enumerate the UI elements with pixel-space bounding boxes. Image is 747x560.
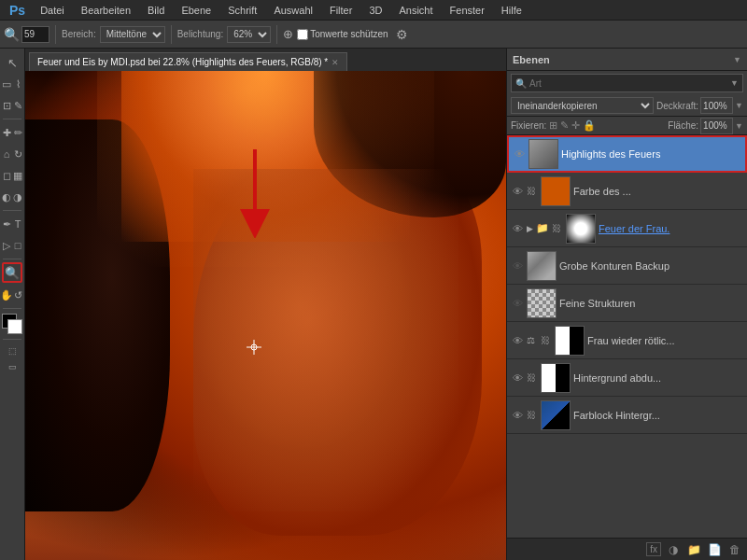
layer-visibility-farblock[interactable]: 👁 <box>511 409 524 422</box>
menu-3d[interactable]: 3D <box>361 3 389 18</box>
menu-bearbeiten[interactable]: Bearbeiten <box>74 3 138 18</box>
layer-visibility-frau[interactable]: 👁 <box>511 334 524 347</box>
lock-all-icon[interactable]: 🔒 <box>583 119 596 132</box>
fill-label: Fläche: <box>668 120 698 131</box>
layer-name-hintergrund: Hintergrund abdu... <box>573 372 743 384</box>
tool-pen[interactable]: ✒ <box>2 214 12 234</box>
layer-chain-farblock: ⛓ <box>527 410 538 420</box>
layer-item-feuer[interactable]: 👁 ▶ 📁 ⛓ Feuer der Frau. <box>507 210 747 247</box>
tool-history[interactable]: ↻ <box>13 144 23 164</box>
layer-visibility-hintergrund[interactable]: 👁 <box>511 371 524 385</box>
tool-rotate-view[interactable]: ↺ <box>13 285 23 305</box>
new-group-button[interactable]: 📁 <box>685 541 702 558</box>
tool-stamp[interactable]: ⌂ <box>2 144 12 164</box>
fill-arrow[interactable]: ▼ <box>735 121 743 131</box>
layer-item-farblock[interactable]: 👁 ⛓ Farblock Hintergr... <box>507 397 747 434</box>
menu-filter[interactable]: Filter <box>322 3 359 18</box>
document-tab[interactable]: Feuer und Eis by MDI.psd bei 22.8% (High… <box>29 52 347 71</box>
tab-close-button[interactable]: ✕ <box>331 58 339 67</box>
opacity-arrow[interactable]: ▼ <box>735 101 743 110</box>
layer-item-highlights[interactable]: 👁 Highlights des Feuers <box>507 135 747 173</box>
settings-icon[interactable]: ⚙ <box>396 27 408 42</box>
fill-control: Fläche: ▼ <box>668 118 743 134</box>
tool-hand[interactable]: ✋ <box>2 285 12 305</box>
menu-schrift[interactable]: Schrift <box>220 3 264 18</box>
layer-thumb-farblock <box>541 400 571 430</box>
bereich-select[interactable]: Mitteltöne <box>100 26 165 43</box>
layer-visibility-farbe[interactable]: 👁 <box>511 185 524 198</box>
opacity-input[interactable] <box>700 97 733 114</box>
layer-item-feine[interactable]: 👁 Feine Strukturen <box>507 285 747 322</box>
tool-marquee-lasso[interactable]: ⌇ <box>13 74 23 94</box>
tool-zoom[interactable]: 🔍 <box>2 262 22 283</box>
layer-visibility-highlights[interactable]: 👁 <box>513 147 526 161</box>
tool-marquee-rect[interactable]: ▭ <box>2 74 12 94</box>
layers-search-input[interactable] <box>529 78 727 89</box>
menu-ebene[interactable]: Ebene <box>174 3 218 18</box>
tool-move[interactable]: ↖ <box>2 52 22 73</box>
layer-chain-frau: ⛓ <box>541 335 552 345</box>
delete-layer-button[interactable]: 🗑 <box>726 541 743 558</box>
layer-name-feuer[interactable]: Feuer der Frau. <box>599 223 743 234</box>
belichtung-label: Belichtung: <box>177 29 223 39</box>
group-expand-feuer[interactable]: ▶ <box>527 224 533 233</box>
canvas-content[interactable] <box>25 71 506 560</box>
layer-item-hintergrund[interactable]: 👁 ⛓ Hintergrund abdu... <box>507 359 747 397</box>
layer-chain-hintergrund: ⛓ <box>527 372 538 383</box>
tool-crop[interactable]: ⊡ <box>2 95 12 116</box>
tool-dodge[interactable]: ◑ <box>13 187 23 207</box>
tool-size-input[interactable] <box>21 26 49 43</box>
fill-input[interactable] <box>700 118 733 134</box>
tool-eyedrop[interactable]: ✎ <box>13 95 23 116</box>
tool-path-select[interactable]: ▷ <box>2 235 12 256</box>
lock-icons: ⊞ ✎ ✛ 🔒 <box>549 119 596 132</box>
background-color[interactable] <box>7 319 22 334</box>
panel-collapse-icon[interactable]: ▼ <box>733 55 741 64</box>
options-divider-2 <box>171 25 172 44</box>
lock-pixel-icon[interactable]: ⊞ <box>549 119 557 132</box>
tool-type[interactable]: T <box>13 214 23 234</box>
new-layer-button[interactable]: 📄 <box>706 541 723 558</box>
layers-list[interactable]: 👁 Highlights des Feuers 👁 ⛓ Farbe des ..… <box>507 135 747 538</box>
search-icon: 🔍 <box>4 27 20 42</box>
menu-ansicht[interactable]: Ansicht <box>391 3 440 18</box>
menu-fenster[interactable]: Fenster <box>443 3 492 18</box>
layer-name-feine: Feine Strukturen <box>559 298 743 309</box>
tool-shape[interactable]: □ <box>13 235 23 256</box>
layer-item-farbe[interactable]: 👁 ⛓ Farbe des ... <box>507 173 747 210</box>
menu-bar: Ps Datei Bearbeiten Bild Ebene Schrift A… <box>0 0 747 21</box>
layer-item-frau[interactable]: 👁 ⚖ ⛓ Frau wieder rötlic... <box>507 322 747 359</box>
menu-auswahl[interactable]: Auswahl <box>266 3 320 18</box>
layers-filter-options[interactable]: ▼ <box>730 78 739 88</box>
tool-blur[interactable]: ◐ <box>2 187 12 207</box>
menu-bild[interactable]: Bild <box>140 3 172 18</box>
tool-quickmask[interactable]: ⬚ <box>2 343 22 359</box>
layer-thumb-feuer <box>566 214 596 244</box>
spray-icon[interactable]: ⊕ <box>283 27 293 41</box>
fx-button[interactable]: fx <box>646 542 661 556</box>
layer-name-highlights: Highlights des Feuers <box>561 148 741 160</box>
menu-hilfe[interactable]: Hilfe <box>494 3 529 18</box>
color-swatches[interactable] <box>2 314 22 334</box>
belichtung-select[interactable]: 62% <box>227 26 271 43</box>
tool-heal[interactable]: ✚ <box>2 122 12 143</box>
tab-bar: Feuer und Eis by MDI.psd bei 22.8% (High… <box>25 49 506 71</box>
tool-brush[interactable]: ✏ <box>13 122 23 143</box>
tool-eraser[interactable]: ◻ <box>2 165 12 186</box>
blend-mode-select[interactable]: Ineinanderkopieren <box>511 97 654 114</box>
layer-visibility-grobe[interactable]: 👁 <box>511 259 524 273</box>
layer-item-grobe[interactable]: 👁 Grobe Konturen Backup <box>507 247 747 285</box>
lock-paint-icon[interactable]: ✎ <box>560 119 569 132</box>
toolbar-divider-5 <box>3 339 21 340</box>
lock-position-icon[interactable]: ✛ <box>571 119 580 132</box>
new-adjustment-button[interactable]: ◑ <box>665 541 682 558</box>
layer-visibility-feine[interactable]: 👁 <box>511 297 524 310</box>
tool-gradient[interactable]: ▦ <box>13 165 23 186</box>
options-divider-1 <box>55 25 56 44</box>
tool-screenmode[interactable]: ▭ <box>2 360 22 373</box>
layers-header: Ebenen ▼ <box>507 49 747 71</box>
layer-visibility-feuer[interactable]: 👁 <box>511 222 524 235</box>
layer-thumb-feine <box>527 288 557 318</box>
menu-datei[interactable]: Datei <box>33 3 72 18</box>
tonwerte-checkbox[interactable] <box>297 29 308 40</box>
